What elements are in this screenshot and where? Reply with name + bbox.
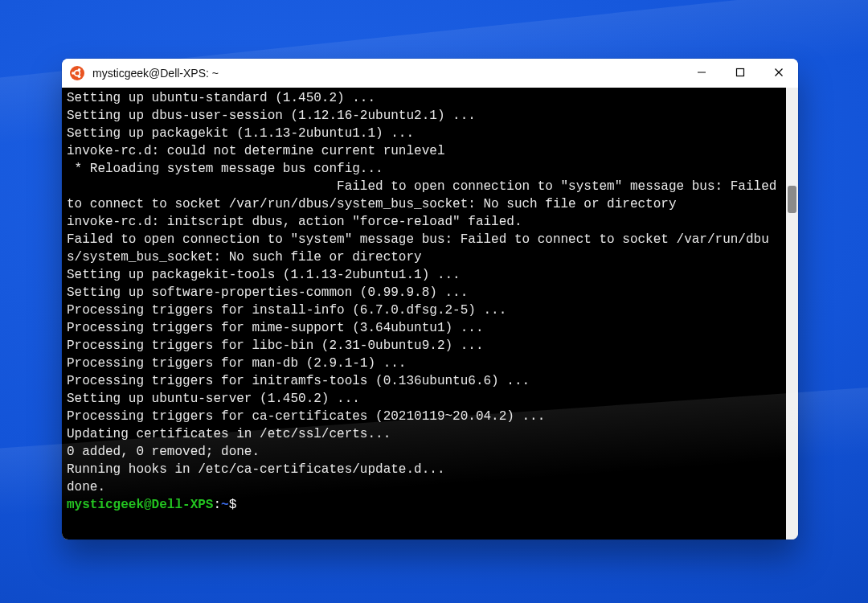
terminal-window: mysticgeek@Dell-XPS: ~ — [62, 59, 798, 539]
maximize-icon — [735, 66, 745, 80]
terminal-line: Setting up software-properties-common (0… — [67, 284, 781, 302]
ubuntu-icon — [70, 66, 84, 80]
terminal-line: Processing triggers for mime-support (3.… — [67, 319, 781, 337]
terminal-output[interactable]: Setting up ubuntu-standard (1.450.2) ...… — [62, 88, 786, 539]
minimize-icon — [697, 66, 706, 80]
svg-rect-9 — [737, 69, 744, 76]
terminal-line: Setting up ubuntu-standard (1.450.2) ... — [67, 89, 781, 107]
terminal-line: Failed to open connection to "system" me… — [67, 178, 781, 213]
window-title: mysticgeek@Dell-XPS: ~ — [92, 67, 682, 80]
prompt-symbol: $ — [229, 498, 237, 512]
svg-point-4 — [78, 75, 81, 78]
desktop-background: mysticgeek@Dell-XPS: ~ — [0, 0, 868, 603]
client-area: Setting up ubuntu-standard (1.450.2) ...… — [62, 88, 798, 539]
svg-point-2 — [72, 72, 75, 75]
prompt-path: ~ — [221, 498, 229, 512]
minimize-button[interactable] — [682, 59, 721, 88]
terminal-line: Setting up dbus-user-session (1.12.16-2u… — [67, 107, 781, 125]
prompt-separator: : — [213, 498, 221, 512]
terminal-line: Processing triggers for ca-certificates … — [67, 408, 781, 425]
terminal-line: invoke-rc.d: could not determine current… — [67, 142, 781, 160]
terminal-line: Failed to open connection to "system" me… — [67, 231, 781, 266]
svg-point-3 — [78, 68, 81, 72]
scrollbar-track[interactable] — [786, 88, 798, 539]
close-button[interactable] — [760, 59, 798, 88]
maximize-button[interactable] — [721, 59, 760, 88]
titlebar[interactable]: mysticgeek@Dell-XPS: ~ — [62, 59, 798, 88]
terminal-line: * Reloading system message bus config... — [67, 160, 781, 178]
terminal-line: Setting up packagekit (1.1.13-2ubuntu1.1… — [67, 125, 781, 142]
terminal-line: Updating certificates in /etc/ssl/certs.… — [67, 425, 781, 443]
terminal-line: Setting up packagekit-tools (1.1.13-2ubu… — [67, 266, 781, 284]
terminal-line: 0 added, 0 removed; done. — [67, 443, 781, 461]
terminal-line: Processing triggers for libc-bin (2.31-0… — [67, 337, 781, 355]
prompt-user-host: mysticgeek@Dell-XPS — [67, 498, 213, 512]
terminal-line: Processing triggers for install-info (6.… — [67, 302, 781, 319]
terminal-line: Processing triggers for initramfs-tools … — [67, 372, 781, 390]
terminal-prompt[interactable]: mysticgeek@Dell-XPS:~$ — [67, 496, 781, 514]
terminal-line: Running hooks in /etc/ca-certificates/up… — [67, 461, 781, 478]
terminal-line: Setting up ubuntu-server (1.450.2) ... — [67, 390, 781, 408]
terminal-line: invoke-rc.d: initscript dbus, action "fo… — [67, 213, 781, 231]
terminal-line: done. — [67, 478, 781, 496]
terminal-line: Processing triggers for man-db (2.9.1-1)… — [67, 355, 781, 372]
close-icon — [774, 66, 784, 80]
scrollbar-thumb[interactable] — [788, 186, 796, 213]
